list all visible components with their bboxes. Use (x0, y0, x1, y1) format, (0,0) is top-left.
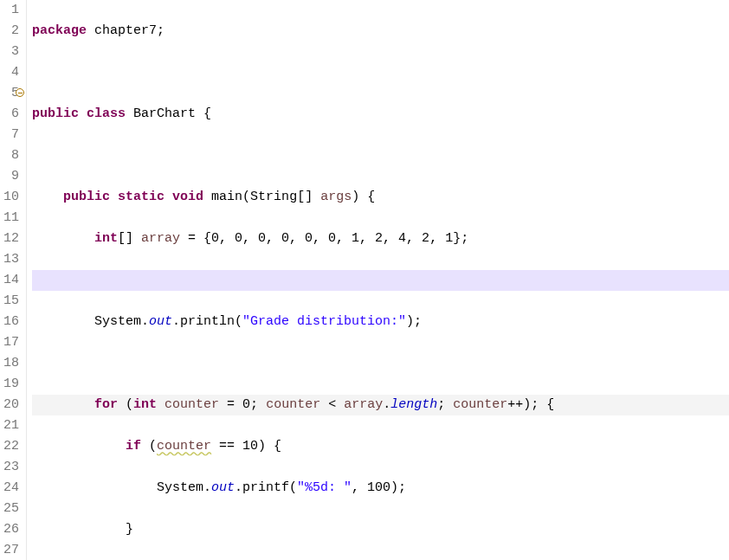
variable: counter (453, 397, 507, 412)
line-number: 19 (3, 374, 19, 395)
line-number: 7 (3, 125, 19, 145)
line-number: 22 (3, 436, 19, 457)
code-text: [] (118, 231, 141, 246)
code-text: System. (94, 314, 149, 329)
static-field: out (149, 314, 172, 329)
line-number: 15 (3, 291, 19, 312)
code-line-highlighted[interactable]: for (int counter = 0; counter < array.le… (32, 395, 729, 415)
line-number: 9 (3, 166, 19, 187)
variable: counter (266, 397, 320, 412)
string-literal: "%5d: " (297, 480, 352, 495)
code-text: ; (437, 397, 453, 412)
code-text: ++); { (507, 397, 554, 412)
code-text: .println( (172, 314, 242, 329)
line-number: 6 (3, 104, 19, 125)
line-number: 1 (3, 0, 19, 21)
variable: counter (165, 397, 219, 412)
code-line[interactable]: public static void main(String[] args) { (32, 187, 729, 208)
override-marker-icon[interactable] (16, 88, 24, 97)
keyword: package (32, 23, 87, 38)
line-number: 13 (3, 249, 19, 270)
code-line[interactable] (32, 353, 729, 374)
code-line[interactable]: package chapter7; (32, 21, 729, 42)
code-text: ( (118, 397, 133, 412)
code-text: chapter7; (87, 23, 165, 38)
code-text: = 0; (219, 397, 266, 412)
line-number: 27 (3, 540, 19, 560)
code-line[interactable]: } (32, 519, 729, 540)
line-number: 5 (3, 83, 19, 104)
keyword: void (172, 190, 203, 204)
code-text: ); (406, 314, 422, 329)
code-text: , 100); (352, 480, 406, 495)
code-text: = {0, 0, 0, 0, 0, 0, 1, 2, 4, 2, 1}; (180, 231, 468, 246)
line-number: 21 (3, 415, 19, 436)
line-number: 24 (3, 478, 19, 499)
code-line-highlighted[interactable] (32, 270, 729, 291)
code-text: ( (141, 439, 157, 454)
line-number: 23 (3, 457, 19, 478)
line-number: 2 (3, 21, 19, 42)
line-number: 20 (3, 395, 19, 415)
code-line[interactable] (32, 145, 729, 166)
code-text: BarChart { (126, 106, 211, 121)
line-number: 16 (3, 312, 19, 332)
line-number: 14 (3, 270, 19, 291)
variable-warning: counter (157, 439, 211, 454)
line-number: 12 (3, 229, 19, 249)
line-number: 8 (3, 145, 19, 166)
code-text: < (320, 397, 344, 412)
line-number: 4 (3, 62, 19, 83)
code-text: ) { (352, 190, 375, 204)
line-number: 26 (3, 519, 19, 540)
keyword: for (94, 397, 118, 412)
code-line[interactable]: System.out.printf("%5d: ", 100); (32, 478, 729, 499)
line-number: 11 (3, 208, 19, 229)
line-number: 10 (3, 187, 19, 208)
keyword: class (87, 106, 126, 121)
variable: array (141, 231, 180, 246)
keyword: if (126, 439, 141, 454)
keyword: public (63, 190, 110, 204)
keyword: public (32, 106, 79, 121)
code-line[interactable]: int[] array = {0, 0, 0, 0, 0, 0, 1, 2, 4… (32, 229, 729, 249)
static-field: out (211, 480, 235, 495)
field: length (390, 397, 437, 412)
code-line[interactable]: if (counter == 10) { (32, 436, 729, 457)
code-text: } (126, 522, 133, 537)
code-line[interactable] (32, 62, 729, 83)
line-number: 3 (3, 42, 19, 62)
code-text: == 10) { (211, 439, 281, 454)
keyword: static (118, 190, 165, 204)
code-editor[interactable]: package chapter7; public class BarChart … (27, 0, 729, 560)
parameter: args (320, 190, 352, 204)
code-text: System. (157, 480, 211, 495)
code-line[interactable]: public class BarChart { (32, 104, 729, 125)
line-number-gutter: 1 2 3 4 5 6 7 8 9 10 11 12 13 14 15 16 1… (0, 0, 27, 560)
string-literal: "Grade distribution:" (242, 314, 406, 329)
line-number: 18 (3, 353, 19, 374)
line-number: 17 (3, 332, 19, 353)
code-line[interactable]: System.out.println("Grade distribution:"… (32, 312, 729, 332)
code-text: .printf( (235, 480, 297, 495)
keyword: int (94, 231, 118, 246)
line-number: 25 (3, 499, 19, 519)
code-text: main(String[] (203, 190, 320, 204)
variable: array (344, 397, 383, 412)
keyword: int (133, 397, 157, 412)
